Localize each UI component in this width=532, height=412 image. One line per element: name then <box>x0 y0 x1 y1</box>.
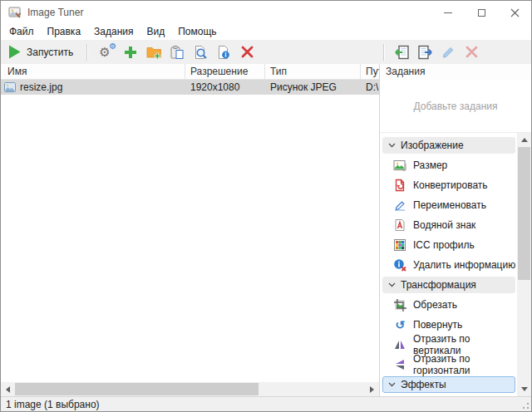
app-logo-icon <box>8 6 22 19</box>
column-header-type[interactable]: Тип <box>265 64 361 79</box>
rotate-icon: ↺ <box>393 318 406 331</box>
app-window: Image Tuner Файл Правка Задания Вид Помо… <box>0 0 532 412</box>
edit-task-icon <box>441 45 456 60</box>
import-tasks-icon <box>394 45 410 60</box>
menu-tasks[interactable]: Задания <box>87 24 140 40</box>
menu-help[interactable]: Помощь <box>171 24 223 40</box>
minimize-button[interactable] <box>431 1 465 24</box>
maximize-button[interactable] <box>465 1 498 24</box>
section-effects[interactable]: Эффекты <box>382 376 515 393</box>
export-tasks-icon <box>417 45 433 60</box>
scroll-right-icon <box>370 386 374 393</box>
status-text: 1 image (1 выбрано) <box>6 399 100 410</box>
task-rotate[interactable]: ↺ Повернуть <box>380 315 517 335</box>
scroll-up-icon <box>521 138 528 142</box>
file-list-header: Имя Разрешение Тип Путь <box>1 64 379 80</box>
task-rename[interactable]: Переименовать <box>380 195 517 215</box>
preview-icon <box>193 45 208 60</box>
flip-horizontal-icon <box>393 358 406 371</box>
add-files-button[interactable] <box>119 42 142 63</box>
menu-edit[interactable]: Правка <box>41 24 88 40</box>
rename-icon <box>393 199 406 212</box>
tasks-toolbar <box>383 40 483 64</box>
vertical-scroll-thumb[interactable] <box>518 147 530 280</box>
scroll-up-button[interactable] <box>517 133 531 147</box>
main-area: Имя Разрешение Тип Путь resize.jpg 1920x… <box>1 64 531 396</box>
add-folder-icon <box>146 45 162 60</box>
close-icon <box>510 8 520 17</box>
title-bar: Image Tuner <box>1 1 531 24</box>
horizontal-scroll-track[interactable] <box>15 382 365 396</box>
section-transform[interactable]: Трансформация <box>382 277 515 293</box>
vertical-scrollbar[interactable] <box>517 133 531 396</box>
column-header-name[interactable]: Имя <box>1 64 185 79</box>
import-tasks-button[interactable] <box>390 42 413 63</box>
file-name-cell: resize.jpg <box>1 81 185 93</box>
file-info-button[interactable] <box>212 42 235 63</box>
remove-files-button[interactable] <box>235 42 259 63</box>
chevron-down-icon <box>388 382 396 387</box>
run-button-label: Запустить <box>27 47 73 58</box>
paste-button[interactable] <box>165 42 189 63</box>
tasks-panel-header: Задания <box>380 64 531 80</box>
task-icc-profile[interactable]: ICC профиль <box>380 235 517 255</box>
scroll-right-button[interactable] <box>365 382 379 396</box>
icc-profile-icon <box>393 238 406 252</box>
status-bar: 1 image (1 выбрано) <box>1 396 531 411</box>
close-button[interactable] <box>498 1 531 24</box>
file-list: Имя Разрешение Тип Путь resize.jpg 1920x… <box>1 64 380 396</box>
edit-task-button[interactable] <box>436 42 460 63</box>
menu-view[interactable]: Вид <box>140 24 172 40</box>
toolbar: Запустить ⚙ ⚙ <box>1 40 531 64</box>
file-row-selected[interactable]: resize.jpg 1920x1080 Рисунок JPEG D:\ <box>1 80 379 95</box>
delete-task-icon <box>465 45 479 59</box>
run-button[interactable]: Запустить <box>1 42 81 63</box>
watermark-icon <box>393 218 406 232</box>
section-transform-label: Трансформация <box>401 279 476 291</box>
resize-grip-icon[interactable] <box>520 400 530 410</box>
task-crop[interactable]: Обрезать <box>380 295 517 315</box>
task-remove-info-label: Удалить информацию <box>413 259 515 271</box>
column-header-resolution[interactable]: Разрешение <box>185 64 265 79</box>
delete-task-button[interactable] <box>460 42 483 63</box>
crop-icon <box>393 298 406 311</box>
horizontal-scroll-thumb[interactable] <box>15 383 259 395</box>
settings-gears-icon: ⚙ ⚙ <box>99 45 116 60</box>
file-type: Рисунок JPEG <box>265 81 361 93</box>
task-convert[interactable]: Конвертировать <box>380 175 517 195</box>
task-resize-label: Размер <box>413 159 447 171</box>
preview-button[interactable] <box>189 42 212 63</box>
toolbar-separator-right <box>383 44 385 61</box>
vertical-scroll-track[interactable] <box>517 147 531 382</box>
file-path: D:\ <box>361 81 379 93</box>
task-resize[interactable]: Размер <box>380 155 517 175</box>
scroll-left-icon <box>6 386 10 393</box>
menu-file[interactable]: Файл <box>2 24 41 40</box>
section-effects-label: Эффекты <box>401 379 446 390</box>
resize-icon <box>393 159 406 172</box>
task-rotate-label: Повернуть <box>413 319 462 331</box>
task-flip-vertical[interactable]: Отразить по вертикали <box>380 335 517 355</box>
file-list-empty-space <box>1 95 379 382</box>
tasks-catalog: Изображение Размер <box>380 133 531 396</box>
section-image[interactable]: Изображение <box>382 137 515 154</box>
convert-icon <box>393 179 406 192</box>
task-watermark-label: Водяной знак <box>413 219 475 231</box>
play-icon <box>8 45 21 59</box>
remove-files-icon <box>240 45 254 59</box>
horizontal-scrollbar[interactable] <box>1 382 379 396</box>
paste-icon <box>170 45 185 60</box>
task-remove-info[interactable]: Удалить информацию <box>380 255 517 275</box>
task-flip-horizontal[interactable]: Отразить по горизонтали <box>380 355 517 375</box>
export-tasks-button[interactable] <box>413 42 436 63</box>
task-icc-label: ICC профиль <box>413 239 475 251</box>
column-header-path[interactable]: Путь <box>361 64 379 79</box>
task-watermark[interactable]: Водяной знак <box>380 215 517 235</box>
settings-button[interactable]: ⚙ ⚙ <box>96 42 119 63</box>
task-convert-label: Конвертировать <box>413 179 488 191</box>
file-resolution: 1920x1080 <box>185 81 265 93</box>
scroll-left-button[interactable] <box>1 382 15 396</box>
remove-info-icon <box>393 258 406 272</box>
scroll-down-button[interactable] <box>517 382 531 396</box>
add-folder-button[interactable] <box>142 42 165 63</box>
